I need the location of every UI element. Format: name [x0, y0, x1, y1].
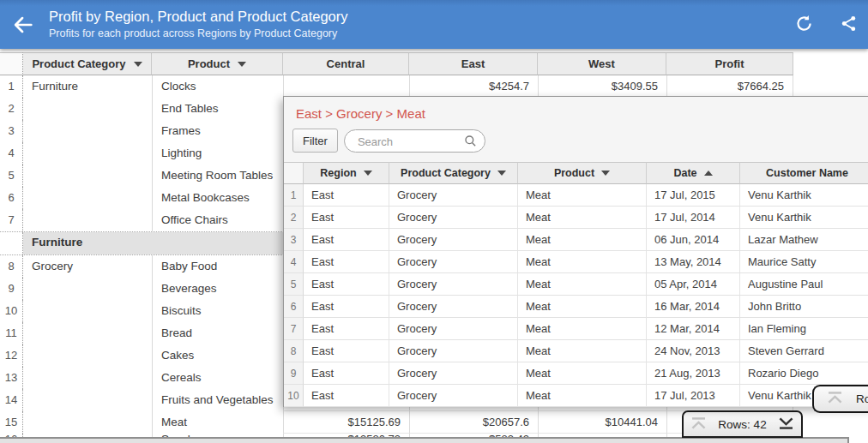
column-header-central[interactable]: Central [283, 52, 409, 75]
popup-table-row[interactable]: 9EastGroceryMeat21 Aug, 2013Rozario Dieg… [284, 362, 868, 385]
popup-table-row[interactable]: 10EastGroceryMeat17 Jul, 2013Venu Karthi… [284, 385, 868, 407]
column-header-customer-name[interactable]: Customer Name [740, 162, 868, 184]
column-header-profit[interactable]: Profit [666, 52, 793, 75]
cell-product: Lighting [152, 142, 283, 165]
row-number: 8 [0, 255, 23, 278]
cell-product-category [23, 278, 152, 300]
filter-row: Filter [292, 129, 868, 153]
cell-region: East [304, 207, 389, 229]
table-row[interactable]: 15Meat$15125.69$20657.6$10441.04 [0, 411, 793, 434]
cell-date: 17 Jul, 2013 [647, 385, 740, 407]
cell-region: East [304, 340, 389, 362]
scroll-to-bottom-button[interactable] [776, 416, 796, 433]
sort-dropdown-icon [134, 62, 142, 67]
cell-product: Cakes [152, 344, 283, 367]
cell-product: Frames [152, 120, 283, 142]
column-header-west[interactable]: West [538, 52, 666, 75]
column-header-region[interactable]: Region [304, 162, 389, 184]
sort-ascending-icon [704, 171, 713, 176]
cell-west: $3409.55 [538, 75, 666, 98]
search-box [344, 129, 485, 153]
cell-customer-name: Venu Karthik [740, 184, 868, 207]
cell-region: East [304, 385, 389, 407]
popup-table-row[interactable]: 4EastGroceryMeat13 May, 2014Maurice Satt… [284, 251, 868, 273]
share-button[interactable] [837, 14, 859, 36]
popup-table-header: Region Product Category Product Date Cus… [284, 162, 868, 184]
cell-date: 24 Nov, 2013 [647, 340, 740, 362]
popup-table-row[interactable]: 2EastGroceryMeat17 Jul, 2014Venu Karthik [284, 207, 868, 229]
column-header-east[interactable]: East [409, 52, 538, 75]
cell-product: Meat [152, 411, 283, 434]
page-subtitle: Profits for each product across Regions … [49, 27, 348, 41]
cell-product-category [23, 165, 152, 187]
column-header-product-category[interactable]: Product Category [23, 52, 152, 75]
table-row[interactable]: 1FurnitureClocks$4254.7$3409.55$7664.25 [0, 75, 793, 98]
cell-product-category: Grocery [389, 229, 518, 251]
cell-product: Meat [518, 318, 647, 340]
column-label: Profit [715, 57, 744, 70]
column-header-product[interactable]: Product [152, 52, 283, 75]
refresh-icon [794, 14, 814, 37]
cell-region: East [304, 251, 389, 273]
cell-product-category: Grocery [23, 255, 152, 278]
popup-table-row[interactable]: 7EastGroceryMeat12 Mar, 2014Ian Fleming [284, 318, 868, 340]
search-icon [464, 135, 477, 151]
row-number: 14 [0, 389, 23, 411]
chevron-up-line-icon [689, 416, 708, 433]
page-title: Profit by Region, Product and Product Ca… [49, 7, 348, 27]
column-label: Customer Name [766, 167, 848, 179]
cell-product-category [23, 209, 152, 231]
cell-product-category [23, 187, 152, 209]
cell-product: Meat [518, 340, 647, 362]
search-input[interactable] [356, 133, 461, 151]
filter-button[interactable]: Filter [292, 129, 338, 153]
back-button[interactable] [11, 13, 37, 37]
sort-dropdown-icon [601, 171, 610, 176]
sort-dropdown-icon [497, 171, 506, 176]
popup-table-row[interactable]: 1EastGroceryMeat17 Jul, 2015Venu Karthik [284, 184, 868, 207]
cell-product: Meat [518, 184, 647, 207]
popup-table-row[interactable]: 6EastGroceryMeat16 Mar, 2014John Britto [284, 296, 868, 318]
cell-product-category: Furniture [23, 75, 152, 98]
popup-table-row[interactable]: 8EastGroceryMeat24 Nov, 2013Steven Gerra… [284, 340, 868, 362]
column-label: Product Category [32, 57, 125, 70]
row-number: 5 [0, 165, 23, 187]
cell-product: Biscuits [152, 300, 283, 322]
cell-product: Meat [518, 273, 647, 296]
cell-product: Meeting Room Tables [152, 165, 283, 187]
row-number: 6 [284, 296, 304, 318]
cell-product: End Tables [152, 98, 283, 120]
cell-product-category: Grocery [389, 296, 518, 318]
cell-product-category: Grocery [389, 184, 518, 207]
row-number-header [284, 162, 304, 184]
scroll-to-top-button[interactable] [689, 416, 708, 433]
cell-east: $20657.6 [409, 411, 538, 434]
row-number: 13 [0, 367, 23, 389]
cell-product-category: Grocery [389, 207, 518, 229]
column-header-date[interactable]: Date [647, 162, 740, 184]
popup-table-row[interactable]: 5EastGroceryMeat05 Apr, 2014Augustine Pa… [284, 273, 868, 296]
cell-east: $4254.7 [409, 75, 538, 98]
column-header-product-category[interactable]: Product Category [389, 162, 518, 184]
popup-header-area: East > Grocery > Meat Filter [284, 97, 868, 162]
cell-product-category [23, 367, 152, 389]
column-header-product[interactable]: Product [518, 162, 647, 184]
column-label: Region [320, 167, 356, 179]
title-block: Profit by Region, Product and Product Ca… [49, 7, 348, 41]
row-number: 9 [284, 362, 304, 385]
scroll-to-top-button[interactable] [825, 391, 845, 407]
row-number: 5 [284, 273, 304, 296]
popup-table-row[interactable]: 3EastGroceryMeat06 Jun, 2014Lazar Mathew [284, 229, 868, 251]
cell-date: 17 Jul, 2015 [647, 184, 740, 207]
row-number: 11 [0, 322, 23, 344]
row-number: 15 [0, 411, 23, 434]
column-label: Product Category [401, 167, 491, 179]
refresh-button[interactable] [793, 14, 815, 36]
column-label: West [588, 57, 615, 70]
cell-central: $15125.69 [283, 411, 409, 434]
cell-product-category [23, 389, 152, 411]
cell-product: Meat [518, 296, 647, 318]
cell-product-category [23, 98, 152, 120]
cell-product: Office Chairs [152, 209, 283, 231]
cell-customer-name: Ian Fleming [740, 318, 868, 340]
